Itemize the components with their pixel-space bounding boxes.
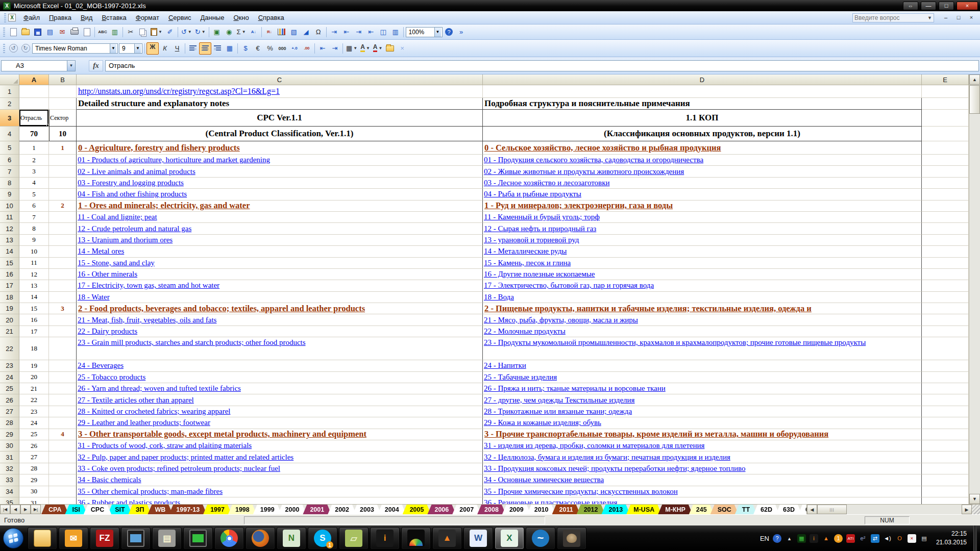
sheet-tab-SIT[interactable]: SIT	[108, 505, 132, 514]
windows-explorer-taskbar-button[interactable]	[28, 527, 57, 549]
cell-B33[interactable]	[49, 474, 77, 486]
row-header-10[interactable]: 10	[0, 201, 19, 212]
split-button[interactable]: ▥	[389, 26, 402, 38]
cell-D4[interactable]: (Классификация основных продуктов, верси…	[483, 127, 922, 141]
toolbar-grip[interactable]	[3, 28, 5, 37]
sheet-tab-М-КНР[interactable]: М-КНР	[658, 505, 693, 514]
cell-B27[interactable]	[49, 406, 77, 417]
sheet-tab-1997[interactable]: 1997	[203, 505, 232, 514]
cell-B3[interactable]: Сектор	[49, 110, 77, 127]
row-header-6[interactable]: 6	[0, 155, 19, 166]
column-header-E[interactable]: E	[922, 74, 969, 85]
cell-C21[interactable]: 22 - Dairy products	[77, 326, 483, 337]
firefox-taskbar-button[interactable]	[246, 527, 275, 549]
cell-C24[interactable]: 25 - Tobacco products	[77, 372, 483, 383]
cell-A3[interactable]: Отрасль	[19, 110, 49, 127]
cell-E19[interactable]	[922, 303, 969, 314]
notes-app-taskbar-button[interactable]: ▱	[339, 527, 369, 549]
cell-A12[interactable]: 8	[19, 223, 49, 234]
row-header-20[interactable]: 20	[0, 314, 19, 325]
sort-ascending-button[interactable]: А↓	[248, 26, 260, 38]
menu-8[interactable]: Справка	[254, 12, 289, 23]
sheet-tab-2012[interactable]: 2012	[577, 505, 605, 514]
cell-B7[interactable]	[49, 166, 77, 177]
sheet-tab-TT[interactable]: TT	[735, 505, 757, 514]
cell-B19[interactable]: 3	[49, 303, 77, 314]
cell-B29[interactable]: 4	[49, 429, 77, 440]
cell-C14[interactable]: 14 - Metal ores	[77, 246, 483, 257]
cell-C9[interactable]: 04 - Fish and other fishing products	[77, 189, 483, 200]
row-header-9[interactable]: 9	[0, 189, 19, 200]
cell-D3[interactable]: 1.1 КОП	[483, 110, 922, 127]
paste-button[interactable]: ▼	[149, 26, 164, 38]
cell-D18[interactable]: 18 - Вода	[483, 292, 922, 303]
sheet-tab-ЗП[interactable]: ЗП	[129, 505, 152, 514]
column-header-D[interactable]: D	[483, 74, 922, 85]
cell-D30[interactable]: 31 - изделия из дерева, пробки, соломки …	[483, 440, 922, 452]
menu-3[interactable]: Вставка	[97, 12, 131, 23]
cell-D5[interactable]: 0 - Сельское хозяйство, лесное хозяйство…	[483, 141, 922, 155]
row-header-25[interactable]: 25	[0, 383, 19, 394]
row-header-18[interactable]: 18	[0, 292, 19, 303]
row-header-31[interactable]: 31	[0, 452, 19, 463]
sheet-tab-CPA[interactable]: CPA	[41, 505, 68, 514]
cell-B16[interactable]	[49, 269, 77, 280]
cell-B1[interactable]	[49, 85, 77, 98]
cell-B28[interactable]	[49, 417, 77, 429]
asrock-taskbar-button[interactable]	[401, 527, 431, 549]
vertical-scroll-track[interactable]	[969, 114, 980, 494]
row-header-4[interactable]: 4	[0, 127, 19, 141]
cell-A17[interactable]: 13	[19, 280, 49, 291]
cell-E24[interactable]	[922, 372, 969, 383]
cell-B11[interactable]	[49, 212, 77, 223]
menu-4[interactable]: Формат	[131, 12, 164, 23]
insert-symbol-button[interactable]: Ω	[312, 26, 325, 38]
cell-E18[interactable]	[922, 292, 969, 303]
cell-E11[interactable]	[922, 212, 969, 223]
cell-E28[interactable]	[922, 417, 969, 429]
cell-E10[interactable]	[922, 201, 969, 212]
increase-decimal-button[interactable]: +.0	[288, 42, 301, 55]
first-sheet-button[interactable]: |◀	[0, 505, 10, 514]
cell-E6[interactable]	[922, 155, 969, 166]
cell-E8[interactable]	[922, 178, 969, 189]
vlc-taskbar-button[interactable]: ▲	[432, 527, 462, 549]
horizontal-scrollbar[interactable]: ◀ ||| ▶	[806, 505, 980, 514]
row-header-26[interactable]: 26	[0, 394, 19, 406]
cell-B14[interactable]	[49, 246, 77, 257]
horizontal-scroll-track[interactable]	[847, 505, 962, 514]
chrome-taskbar-button[interactable]	[214, 527, 244, 549]
forward-button[interactable]: ↻	[19, 42, 32, 55]
cell-B17[interactable]	[49, 280, 77, 291]
show-hidden-icons-button[interactable]: ▴	[785, 534, 794, 543]
cell-C19[interactable]: 2 - Food products, beverages and tobacco…	[77, 303, 483, 314]
toolbar-grip[interactable]	[4, 13, 6, 22]
cell-D23[interactable]: 24 - Напитки	[483, 360, 922, 371]
cell-B13[interactable]	[49, 235, 77, 246]
cell-E23[interactable]	[922, 360, 969, 371]
align-right-button[interactable]: ≡	[211, 42, 224, 55]
row-header-14[interactable]: 14	[0, 246, 19, 257]
cell-B2[interactable]	[49, 98, 77, 110]
sheet-tab-2007[interactable]: 2007	[452, 505, 481, 514]
cell-E30[interactable]	[922, 440, 969, 452]
cell-C34[interactable]: 35 - Other chemical products; man-made f…	[77, 486, 483, 497]
column-header-C[interactable]: C	[77, 74, 483, 85]
prev-sheet-button[interactable]: ◀	[10, 505, 20, 514]
sheet-tab-WB[interactable]: WB	[148, 505, 173, 514]
cell-A33[interactable]: 29	[19, 474, 49, 486]
save-button[interactable]	[32, 26, 44, 38]
sheet-tab-2002[interactable]: 2002	[328, 505, 356, 514]
sheet-tab-1998[interactable]: 1998	[228, 505, 257, 514]
currency-button[interactable]: $	[239, 42, 252, 55]
last-sheet-button[interactable]: ▶|	[31, 505, 41, 514]
maximize-button[interactable]: □	[939, 2, 954, 10]
cell-E31[interactable]	[922, 452, 969, 463]
workbook-minimize-button[interactable]: –	[940, 13, 951, 22]
cell-C23[interactable]: 24 - Beverages	[77, 360, 483, 371]
cell-D22[interactable]: 23 - Продукты мукомольной промышленности…	[483, 337, 922, 360]
cell-B18[interactable]	[49, 292, 77, 303]
cell-D26[interactable]: 27 - другие, чем одежды Текстильные изде…	[483, 394, 922, 406]
update-tray-icon[interactable]: 1	[834, 534, 843, 543]
scroll-down-button[interactable]: ▼	[969, 494, 980, 504]
